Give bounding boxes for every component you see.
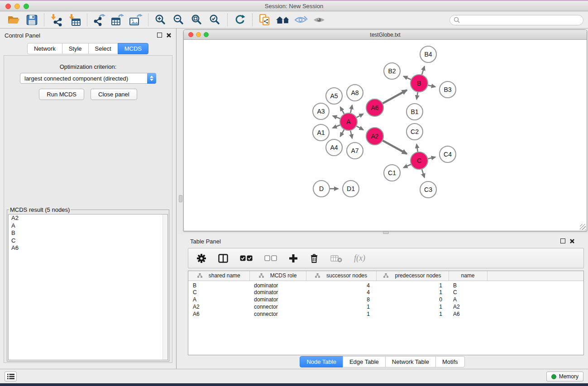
duplicate-network-view-icon[interactable] — [256, 13, 274, 27]
graph-node-D[interactable]: D — [313, 181, 330, 197]
import-network-icon[interactable] — [48, 13, 66, 27]
desktop-horizontal-scrollbar-thumb[interactable] — [383, 231, 389, 234]
node-table[interactable]: shared nameMCDS rolesuccessor nodesprede… — [188, 271, 584, 355]
network-view-window[interactable]: testGlobe.txt B4B2BB3A5A8A6B1A3AC2A1A2A4… — [183, 29, 587, 231]
mcds-result-item[interactable]: A — [9, 222, 167, 230]
table-row[interactable]: Adominator80A — [188, 296, 583, 303]
graph-node-A8[interactable]: A8 — [347, 85, 363, 101]
graph-edge-A-A4[interactable] — [340, 129, 344, 136]
float-panel-icon[interactable] — [157, 33, 162, 38]
mcds-result-item[interactable]: C — [9, 237, 167, 245]
mcds-result-item[interactable]: B — [9, 229, 167, 237]
graph-edge-B-B4[interactable] — [422, 67, 425, 75]
graph-node-B4[interactable]: B4 — [420, 46, 436, 62]
show-column-icon[interactable] — [218, 254, 228, 263]
zoom-selected-icon[interactable] — [206, 13, 224, 27]
memory-button[interactable]: Memory — [546, 372, 583, 381]
tab-mcds[interactable]: MCDS — [118, 43, 148, 54]
graph-node-B1[interactable]: B1 — [406, 104, 423, 120]
column-header-shared-name[interactable]: shared name — [188, 271, 249, 281]
tab-network[interactable]: Network — [27, 43, 62, 54]
graph-node-A3[interactable]: A3 — [313, 103, 329, 119]
create-column-plus-icon[interactable] — [289, 254, 298, 263]
graph-edge-A-A7[interactable] — [350, 131, 352, 138]
graph-edge-A-A8[interactable] — [350, 105, 352, 113]
graph-node-A[interactable]: A — [340, 113, 357, 130]
run-mcds-button[interactable]: Run MCDS — [39, 89, 84, 100]
graph-node-A7[interactable]: A7 — [347, 143, 363, 159]
column-header-MCDS-role[interactable]: MCDS role — [249, 271, 306, 281]
close-panel-icon[interactable] — [166, 33, 172, 38]
column-header-name[interactable]: name — [449, 271, 487, 281]
graph-edge-A-A1[interactable] — [333, 125, 340, 128]
network-graph[interactable]: B4B2BB3A5A8A6B1A3AC2A1A2A4A7C4CC1C3DD1 — [184, 40, 587, 230]
zoom-out-icon[interactable] — [170, 13, 188, 27]
close-panel-button[interactable]: Close panel — [91, 89, 137, 100]
graph-node-B2[interactable]: B2 — [384, 63, 400, 79]
home-icon[interactable] — [274, 13, 292, 27]
export-table-icon[interactable] — [109, 13, 127, 27]
deselect-all-icon[interactable] — [264, 255, 277, 261]
close-table-panel-icon[interactable] — [569, 238, 575, 244]
delete-table-trash-icon[interactable] — [310, 253, 319, 263]
graph-node-A6[interactable]: A6 — [366, 99, 383, 116]
graph-edge-A-A3[interactable] — [333, 116, 340, 119]
table-options-gear-icon[interactable] — [196, 253, 206, 263]
save-session-icon[interactable] — [23, 13, 41, 27]
graph-node-A1[interactable]: A1 — [313, 124, 329, 141]
task-history-button[interactable] — [5, 372, 17, 381]
graph-node-C3[interactable]: C3 — [420, 181, 436, 198]
graph-edge-A-A5[interactable] — [340, 107, 344, 114]
graph-node-B[interactable]: B — [411, 75, 428, 92]
show-view-eye-icon[interactable] — [310, 13, 328, 27]
graph-edge-B-B1[interactable] — [416, 92, 417, 100]
graph-edge-A-A2[interactable] — [357, 126, 363, 130]
table-row[interactable]: Cdominator41C — [188, 289, 583, 296]
float-table-panel-icon[interactable] — [560, 238, 565, 243]
mcds-result-item[interactable]: A6 — [9, 244, 167, 252]
graph-node-A4[interactable]: A4 — [326, 139, 342, 156]
graph-node-A2[interactable]: A2 — [366, 128, 383, 145]
tab-select[interactable]: Select — [88, 43, 118, 54]
column-header-successor-nodes[interactable]: successor nodes — [306, 271, 376, 281]
graph-node-C[interactable]: C — [411, 152, 428, 169]
graph-node-C1[interactable]: C1 — [384, 165, 400, 181]
export-image-icon[interactable] — [127, 13, 145, 27]
network-window-titlebar[interactable]: testGlobe.txt — [184, 30, 587, 40]
graph-edge-B-B3[interactable] — [428, 85, 435, 87]
import-table-icon[interactable] — [66, 13, 84, 27]
table-row[interactable]: Bdominator41B — [188, 281, 583, 289]
graph-edge-C-C2[interactable] — [416, 144, 418, 152]
criterion-dropdown[interactable]: largest connected component (directed) — [20, 73, 156, 84]
graph-edge-C-C4[interactable] — [428, 157, 435, 159]
table-tab-node-table[interactable]: Node Table — [300, 356, 343, 367]
select-all-icon[interactable] — [240, 255, 253, 261]
export-network-icon[interactable] — [91, 13, 109, 27]
graph-edge-A-A6[interactable] — [357, 114, 363, 118]
mcds-result-list[interactable]: A2ABCA6 — [8, 214, 168, 360]
window-resize-grip[interactable] — [580, 224, 586, 230]
graph-node-B3[interactable]: B3 — [440, 81, 456, 98]
zoom-in-icon[interactable] — [152, 13, 170, 27]
open-session-icon[interactable] — [5, 13, 23, 27]
graph-edge-A2-C[interactable] — [383, 141, 407, 154]
mcds-result-item[interactable]: A2 — [9, 214, 167, 222]
table-tab-edge-table[interactable]: Edge Table — [343, 356, 386, 367]
column-header-predecessor-nodes[interactable]: predecessor nodes — [376, 271, 449, 281]
graph-node-D1[interactable]: D1 — [343, 181, 359, 197]
table-tab-motifs[interactable]: Motifs — [435, 356, 465, 367]
zoom-fit-icon[interactable] — [188, 13, 206, 27]
result-list-scrollbar[interactable] — [163, 214, 167, 360]
refresh-view-icon[interactable] — [231, 13, 249, 27]
table-row[interactable]: A2connector11A2 — [188, 303, 583, 310]
graph-edge-C-C1[interactable] — [404, 164, 411, 167]
graph-node-C4[interactable]: C4 — [440, 146, 456, 162]
graph-edge-B-B2[interactable] — [404, 76, 411, 79]
graph-node-A5[interactable]: A5 — [326, 88, 342, 104]
desktop-vertical-scrollbar-thumb[interactable] — [179, 195, 182, 202]
graph-edge-A6-B[interactable] — [383, 90, 407, 103]
table-tab-network-table[interactable]: Network Table — [385, 356, 436, 367]
tab-style[interactable]: Style — [62, 43, 89, 54]
table-row[interactable]: A6connector11A6 — [188, 310, 583, 318]
network-canvas[interactable]: B4B2BB3A5A8A6B1A3AC2A1A2A4A7C4CC1C3DD1 — [184, 40, 587, 230]
